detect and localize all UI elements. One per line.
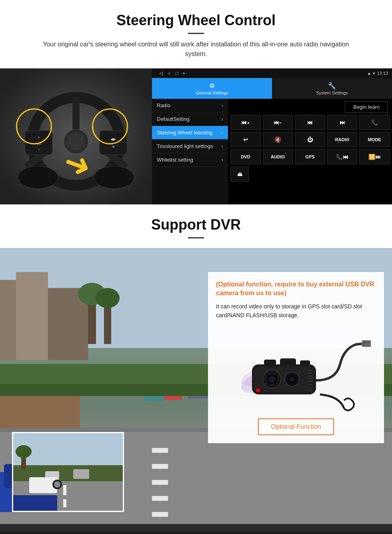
mute-button[interactable]: 🔇 [263, 132, 293, 147]
menu-whitelist-label: Whitelist setting [157, 157, 193, 163]
section-dvr: Support DVR [0, 204, 392, 534]
svg-rect-26 [152, 448, 168, 453]
menu-steering-wheel[interactable]: Steering Wheel learning › [152, 126, 228, 140]
inset-dashcam-photo [12, 432, 124, 512]
menu-tricoloured[interactable]: Tricoloured light settings › [152, 140, 228, 153]
menu-steering-label: Steering Wheel learning [157, 130, 212, 136]
wheel-highlight-right [92, 108, 128, 144]
android-ui-panel: ◁ ○ □ ▪ ▲ ▾ 13:13 ⚙ General Settings [152, 68, 392, 204]
svg-rect-30 [152, 512, 168, 517]
steering-subtitle: Your original car's steering wheel contr… [36, 40, 356, 59]
hangup-button[interactable]: ↩ [230, 132, 261, 147]
svg-point-49 [16, 445, 32, 458]
dashcam-view-svg [13, 433, 124, 512]
ctrl-row-1: ⏮+ ⏮− ⏮ ⏭ 📞 [230, 115, 390, 130]
svg-point-75 [256, 388, 260, 392]
svg-rect-46 [63, 499, 66, 507]
next-track-button[interactable]: ⏭ [327, 115, 358, 130]
svg-rect-36 [0, 396, 80, 428]
dvr-info-card: (Optional function, require to buy exter… [208, 272, 384, 443]
svg-rect-45 [63, 485, 66, 495]
optional-function-button[interactable]: Optional Function [258, 418, 334, 435]
svg-rect-60 [264, 360, 276, 367]
nav-icons: ◁ ○ □ ▪ [159, 70, 185, 76]
tab-general-label: General Settings [196, 90, 228, 95]
home-icon: ○ [168, 70, 170, 76]
dvr-title-divider [188, 237, 204, 238]
optional-fn-container: Optional Function [216, 414, 376, 435]
begin-learn-button[interactable]: Begin learn [345, 101, 388, 113]
android-content: Radio › DefaultSetting › Steering Wheel … [152, 99, 392, 204]
chevron-icon: › [222, 157, 223, 163]
audio-button[interactable]: AUDIO [263, 149, 293, 164]
ctrl-row-3: DVD AUDIO GPS 📞⏮ 🔀⏭ [230, 149, 390, 164]
steering-demo: + vol − ◀▶ ⊕ ➜ [0, 68, 392, 204]
wifi-icon: ▾ [373, 71, 375, 76]
time-display: 13:13 [377, 71, 388, 76]
eject-button[interactable]: ⏏ [230, 166, 249, 182]
svg-rect-27 [152, 464, 168, 469]
section-steering: Steering Wheel Control Your original car… [0, 0, 392, 204]
android-tabs: ⚙ General Settings 🔧 System Settings [152, 78, 392, 99]
back-icon: ◁ [159, 70, 163, 76]
status-icons: ▲ ▾ 13:13 [367, 71, 388, 76]
svg-rect-62 [300, 360, 310, 366]
gps-button[interactable]: GPS [295, 149, 325, 164]
phone-button[interactable]: 📞 [359, 115, 390, 130]
menu-default-label: DefaultSetting [157, 116, 190, 122]
tab-system-settings[interactable]: 🔧 System Settings [272, 78, 392, 99]
begin-learn-row: Begin learn [230, 101, 390, 113]
svg-point-54 [54, 481, 60, 488]
ctrl-row-2: ↩ 🔇 ⏻ RADIO MODE [230, 132, 390, 147]
dvr-background: (Optional function, require to buy exter… [0, 248, 392, 534]
svg-point-15 [94, 166, 134, 189]
menu-default-setting[interactable]: DefaultSetting › [152, 112, 228, 126]
status-bar: ◁ ○ □ ▪ ▲ ▾ 13:13 [152, 68, 392, 78]
svg-rect-55 [13, 495, 57, 512]
steering-bg: + vol − ◀▶ ⊕ ➜ [0, 68, 152, 204]
vol-up-button[interactable]: ⏮+ [230, 115, 261, 130]
dvd-button[interactable]: DVD [230, 149, 261, 164]
svg-rect-18 [16, 272, 48, 360]
mode-button[interactable]: MODE [359, 132, 390, 147]
svg-point-68 [290, 377, 294, 382]
menu-radio-label: Radio [157, 102, 170, 108]
system-settings-icon: 🔧 [328, 82, 336, 90]
menu-radio[interactable]: Radio › [152, 99, 228, 112]
steering-controls: Begin learn ⏮+ ⏮− ⏮ ⏭ 📞 ↩ 🔇 ⏻ [228, 99, 392, 204]
svg-rect-51 [73, 469, 89, 479]
vol-down-button[interactable]: ⏮− [263, 115, 293, 130]
tab-general-settings[interactable]: ⚙ General Settings [152, 78, 272, 99]
ctrl-row-4: ⏏ [230, 166, 390, 182]
dvr-header: Support DVR [0, 204, 392, 248]
dvr-title: Support DVR [8, 216, 384, 233]
menu-icon: ▪ [183, 70, 185, 76]
title-divider [188, 33, 204, 34]
dvr-highlight-text: (Optional function, require to buy exter… [216, 280, 376, 298]
dvr-body-text: It can record video only to storage in G… [216, 302, 376, 320]
settings-menu: Radio › DefaultSetting › Steering Wheel … [152, 99, 228, 204]
steering-photo: + vol − ◀▶ ⊕ ➜ [0, 68, 152, 204]
tab-system-label: System Settings [316, 90, 348, 95]
menu-whitelist[interactable]: Whitelist setting › [152, 153, 228, 167]
radio-button[interactable]: RADIO [327, 132, 358, 147]
svg-rect-61 [280, 358, 296, 366]
phone-prev-button[interactable]: 📞⏮ [327, 149, 358, 164]
chevron-icon: › [222, 103, 223, 108]
prev-track-button[interactable]: ⏮ [295, 115, 325, 130]
chevron-icon: › [222, 116, 223, 122]
steering-header: Steering Wheel Control Your original car… [0, 0, 392, 63]
power-button[interactable]: ⏻ [295, 132, 325, 147]
svg-point-65 [269, 376, 275, 382]
menu-tricoloured-label: Tricoloured light settings [157, 143, 213, 149]
svg-text:−: − [38, 148, 40, 152]
signal-icon: ▲ [367, 71, 372, 76]
svg-text:⊕: ⊕ [112, 145, 115, 148]
svg-point-23 [96, 288, 120, 308]
svg-rect-29 [152, 496, 168, 501]
svg-rect-28 [152, 480, 168, 485]
shuffle-next-button[interactable]: 🔀⏭ [359, 149, 390, 164]
general-settings-icon: ⚙ [209, 82, 215, 90]
svg-rect-40 [0, 524, 392, 532]
svg-point-14 [18, 166, 58, 189]
